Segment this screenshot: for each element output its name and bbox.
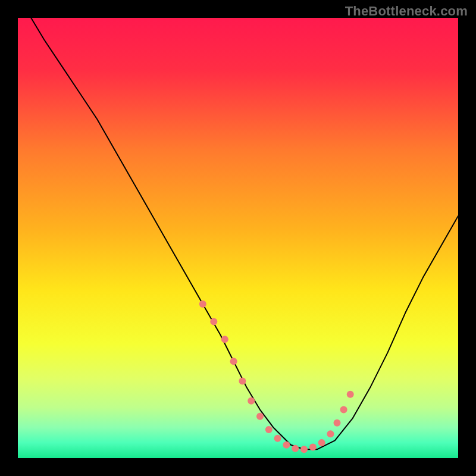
chart-marker: [318, 439, 325, 446]
chart-marker: [210, 318, 217, 325]
chart-marker: [292, 445, 299, 452]
chart-stage: TheBottleneck.com: [0, 0, 476, 476]
watermark-text: TheBottleneck.com: [345, 4, 468, 19]
chart-marker: [347, 391, 354, 398]
chart-svg: [18, 18, 458, 458]
chart-marker: [300, 446, 308, 453]
chart-marker: [274, 435, 281, 442]
chart-marker: [283, 441, 290, 449]
chart-marker: [327, 430, 334, 437]
chart-marker: [248, 397, 255, 405]
chart-marker: [334, 419, 341, 427]
chart-plot-area: [18, 18, 458, 458]
chart-marker: [340, 406, 347, 414]
chart-marker: [221, 336, 228, 343]
chart-marker: [256, 413, 264, 420]
chart-marker: [199, 300, 206, 308]
chart-marker: [309, 444, 317, 451]
chart-marker: [265, 426, 273, 433]
chart-background: [18, 18, 458, 458]
chart-marker: [239, 378, 246, 385]
chart-marker: [230, 358, 237, 365]
